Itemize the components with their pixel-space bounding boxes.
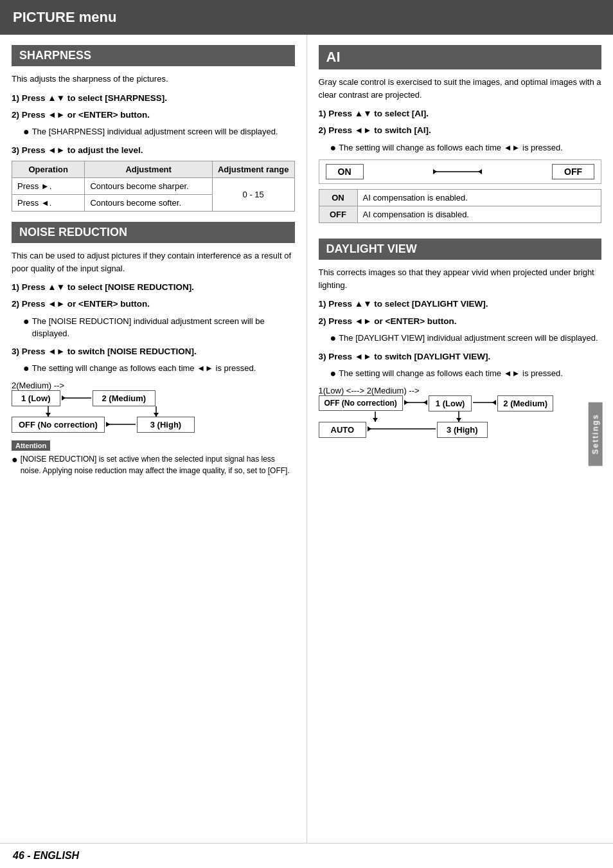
daylight-step1: 1) Press ▲▼ to select [DAYLIGHT VIEW]. bbox=[319, 298, 602, 311]
nr-vert-arrow1 bbox=[43, 406, 53, 417]
svg-marker-1 bbox=[62, 395, 66, 401]
page-wrapper: PICTURE menu SHARPNESS This adjusts the … bbox=[0, 0, 613, 868]
daylight-step2: 2) Press ◄► or <ENTER> button. bbox=[319, 315, 602, 328]
main-content: SHARPNESS This adjusts the sharpness of … bbox=[0, 35, 613, 843]
dl-off-box: OFF (No correction) bbox=[319, 395, 403, 411]
sharpness-table: Operation Adjustment Adjustment range Pr… bbox=[12, 161, 295, 212]
svg-marker-13 bbox=[423, 400, 427, 405]
ai-onoff-arrow bbox=[432, 167, 483, 177]
ai-table-row-off: OFF AI compensation is disabled. bbox=[319, 206, 601, 223]
noise-reduction-desc: This can be used to adjust pictures if t… bbox=[12, 249, 295, 275]
dl-1low-box: 1 (Low) bbox=[429, 395, 472, 411]
dl-arrow3 bbox=[366, 424, 437, 434]
svg-marker-21 bbox=[368, 426, 371, 431]
ai-table: ON AI compensation is enabled. OFF AI co… bbox=[319, 189, 602, 223]
svg-marker-10 bbox=[478, 169, 482, 174]
page-footer: 46 - ENGLISH bbox=[0, 843, 613, 868]
dl-3high-box: 3 (High) bbox=[437, 422, 487, 438]
nr-diag-off: OFF (No correction) bbox=[12, 417, 105, 433]
dl-arrow2 bbox=[472, 397, 497, 408]
daylight-section-title: DAYLIGHT VIEW bbox=[319, 239, 602, 260]
dl-vert-arrow1 bbox=[370, 411, 380, 422]
ai-desc: Gray scale control is exercised to suit … bbox=[319, 76, 602, 101]
sharpness-col-adjustment: Adjustment bbox=[85, 161, 212, 178]
daylight-diagram: 1(Low) <---> 2(Medium) --> OFF (No corre… bbox=[319, 386, 602, 438]
sharpness-desc: This adjusts the sharpness of the pictur… bbox=[12, 73, 295, 86]
dl-arrow1 bbox=[403, 397, 429, 408]
noise-reduction-step3-detail: ● The setting will change as follows eac… bbox=[23, 362, 295, 375]
nr-diag-1low: 1 (Low) bbox=[12, 390, 60, 406]
noise-reduction-step2-detail: ● The [NOISE REDUCTION] individual adjus… bbox=[23, 315, 295, 340]
sharpness-step2: 2) Press ◄► or <ENTER> button. bbox=[12, 109, 295, 122]
daylight-desc: This corrects images so that they appear… bbox=[319, 266, 602, 291]
daylight-step3-detail: ● The setting will change as follows eac… bbox=[330, 367, 602, 381]
svg-marker-7 bbox=[106, 422, 110, 427]
attention-box: Attention ● [NOISE REDUCTION] is set act… bbox=[12, 440, 295, 476]
sharpness-row1: Press ►. Contours become sharper. 0 - 15 bbox=[12, 178, 295, 195]
dl-auto-box: AUTO bbox=[319, 422, 367, 438]
sharpness-step3: 3) Press ◄► to adjust the level. bbox=[12, 144, 295, 157]
ai-text-on: AI compensation is enabled. bbox=[357, 190, 601, 206]
page-number: 46 - ENGLISH bbox=[13, 850, 79, 862]
nr-diag-3high: 3 (High) bbox=[137, 417, 195, 433]
sharpness-row2-op: Press ◄. bbox=[12, 195, 85, 212]
daylight-step3: 3) Press ◄► to switch [DAYLIGHT VIEW]. bbox=[319, 350, 602, 363]
attention-text: [NOISE REDUCTION] is set active when the… bbox=[21, 453, 295, 476]
sharpness-step1: 1) Press ▲▼ to select [SHARPNESS]. bbox=[12, 92, 295, 105]
noise-reduction-step1: 1) Press ▲▼ to select [NOISE REDUCTION]. bbox=[12, 281, 295, 294]
nr-diag-2medium: 2 (Medium) bbox=[93, 390, 156, 406]
page-title: PICTURE menu bbox=[13, 9, 116, 25]
nr-vert-arrow2 bbox=[151, 406, 161, 417]
dl-2medium-box: 2 (Medium) bbox=[497, 395, 553, 411]
sharpness-step2-detail: ● The [SHARPNESS] individual adjustment … bbox=[23, 125, 295, 139]
left-column: SHARPNESS This adjusts the sharpness of … bbox=[0, 35, 307, 843]
svg-marker-12 bbox=[404, 400, 408, 405]
dl-vert-arrow2 bbox=[454, 411, 464, 422]
ai-section-title: AI bbox=[319, 45, 602, 69]
sharpness-section-title: SHARPNESS bbox=[12, 45, 295, 66]
ai-onoff-diagram: ON OFF bbox=[319, 159, 602, 184]
ai-label-on: ON bbox=[319, 190, 357, 206]
ai-step2-detail: ● The setting will change as follows eac… bbox=[330, 141, 602, 155]
sharpness-row2-adj: Contours become softer. bbox=[85, 195, 212, 212]
sharpness-range-cell: 0 - 15 bbox=[212, 178, 294, 212]
ai-step1: 1) Press ▲▼ to select [AI]. bbox=[319, 107, 602, 120]
sharpness-col-range: Adjustment range bbox=[212, 161, 294, 178]
noise-reduction-step3: 3) Press ◄► to switch [NOISE REDUCTION]. bbox=[12, 345, 295, 358]
svg-marker-15 bbox=[492, 400, 496, 405]
nr-arrow1 bbox=[60, 393, 93, 403]
right-column: AI Gray scale control is exercised to su… bbox=[307, 35, 614, 843]
sharpness-col-operation: Operation bbox=[12, 161, 85, 178]
ai-step2: 2) Press ◄► to switch [AI]. bbox=[319, 124, 602, 137]
settings-sidebar-tab: Settings bbox=[588, 402, 602, 466]
page-header: PICTURE menu bbox=[0, 0, 613, 35]
ai-label-off: OFF bbox=[319, 206, 357, 223]
sharpness-row1-op: Press ►. bbox=[12, 178, 85, 195]
sharpness-row1-adj: Contours become sharper. bbox=[85, 178, 212, 195]
ai-table-row-on: ON AI compensation is enabled. bbox=[319, 190, 601, 206]
ai-text-off: AI compensation is disabled. bbox=[357, 206, 601, 223]
nr-diagram: 2(Medium) --> 1 (Low) 2 (Medium) bbox=[12, 381, 295, 433]
nr-arrow2 bbox=[105, 419, 137, 429]
svg-marker-9 bbox=[433, 169, 437, 174]
ai-off-box: OFF bbox=[552, 164, 594, 179]
ai-on-box: ON bbox=[326, 164, 364, 179]
daylight-step2-detail: ● The [DAYLIGHT VIEW] individual adjustm… bbox=[330, 332, 602, 345]
noise-reduction-step2: 2) Press ◄► or <ENTER> button. bbox=[12, 298, 295, 311]
svg-marker-17 bbox=[373, 418, 378, 422]
noise-reduction-section-title: NOISE REDUCTION bbox=[12, 222, 295, 243]
attention-label: Attention bbox=[12, 440, 50, 451]
